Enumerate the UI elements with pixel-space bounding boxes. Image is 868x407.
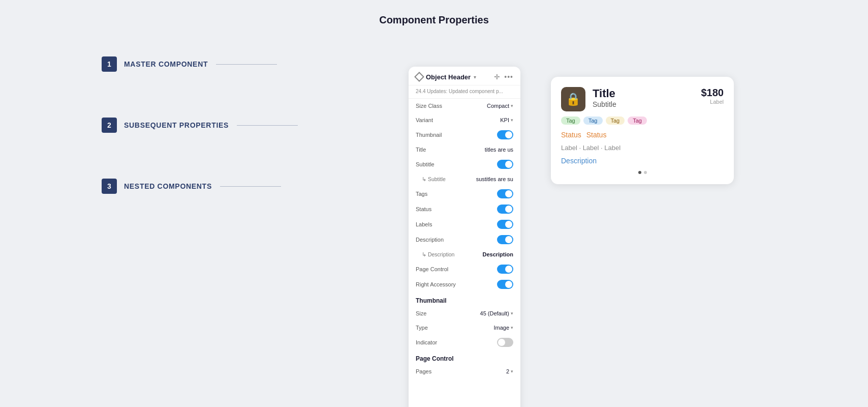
- tags-toggle[interactable]: [497, 189, 513, 198]
- description-indent-value: Description: [482, 251, 513, 257]
- thumb-indicator-toggle[interactable]: [497, 338, 513, 347]
- thumbnail-label: Thumbnail: [416, 132, 442, 138]
- right-section: 🔒 Title Subtitle $180 Label Tag Tag Tag …: [520, 36, 868, 407]
- pages-label: Pages: [416, 368, 431, 374]
- description-toggle-knob: [505, 236, 512, 243]
- variant-chevron-icon: ▾: [511, 118, 513, 123]
- prop-subtitle-value: ↳ Subtitle sustitles are su: [409, 172, 520, 186]
- prop-thumb-type: Type Image ▾: [409, 321, 520, 335]
- prop-variant: Variant KPI ▾: [409, 113, 520, 127]
- prop-description: Description: [409, 232, 520, 247]
- labels-label: Labels: [416, 221, 432, 227]
- description-indent-label: ↳ Description: [416, 251, 454, 257]
- prop-size-class: Size Class Compact ▾: [409, 99, 520, 113]
- subtitle-indent-label: ↳ Subtitle: [416, 176, 446, 182]
- connector-line-2: [237, 125, 298, 126]
- thumb-size-value[interactable]: 45 (Default) ▾: [480, 310, 513, 316]
- sidebar-item-3: 3 NESTED COMPONENTS: [102, 179, 419, 194]
- page-dot-active: [638, 171, 641, 174]
- right-accessory-toggle[interactable]: [497, 280, 513, 289]
- thumb-size-label: Size: [416, 310, 426, 316]
- pages-chevron-icon: ▾: [511, 369, 513, 374]
- status-toggle[interactable]: [497, 205, 513, 214]
- thumb-type-value[interactable]: Image ▾: [493, 325, 513, 331]
- card-title: Title: [593, 87, 701, 100]
- variant-label: Variant: [416, 117, 433, 123]
- sidebar-item-1: 1 MASTER COMPONENT: [102, 56, 419, 72]
- sidebar-label-3: NESTED COMPONENTS: [124, 182, 212, 190]
- page-title: Component Properties: [379, 0, 489, 36]
- subtitle-toggle[interactable]: [497, 160, 513, 169]
- card-price: $180 Label: [701, 87, 724, 105]
- status-toggle-knob: [505, 206, 512, 213]
- status-label: Status: [416, 206, 431, 212]
- panel-header-left: Object Header ▾: [416, 73, 476, 81]
- labels-toggle-knob: [505, 221, 512, 228]
- thumbnail-toggle-knob: [505, 131, 512, 138]
- tags-row: Tag Tag Tag Tag: [561, 117, 724, 125]
- subtitle-toggle-knob: [505, 161, 512, 168]
- panel-header-icons: ✛ •••: [494, 73, 513, 81]
- right-accessory-toggle-knob: [505, 281, 512, 288]
- prop-description-value: ↳ Description Description: [409, 247, 520, 261]
- update-text: 24.4 Updates: Updated component p...: [409, 85, 520, 99]
- number-badge-1: 1: [102, 56, 117, 72]
- subtitle-label: Subtitle: [416, 161, 435, 167]
- prop-thumbnail: Thumbnail: [409, 127, 520, 142]
- prop-thumb-indicator: Indicator: [409, 335, 520, 350]
- variant-value[interactable]: KPI ▾: [500, 117, 513, 123]
- page-control-section-header: Page Control: [409, 350, 520, 364]
- size-class-label: Size Class: [416, 103, 442, 109]
- panel-header: Object Header ▾ ✛ •••: [409, 67, 520, 85]
- card-subtitle: Subtitle: [593, 100, 701, 108]
- status-row: Status Status: [561, 131, 724, 139]
- size-class-chevron-icon: ▾: [511, 103, 513, 108]
- thumb-size-chevron-icon: ▾: [511, 311, 513, 316]
- page-control-toggle-knob: [505, 266, 512, 273]
- page-dot-inactive: [644, 171, 647, 174]
- connector-line-1: [216, 64, 277, 65]
- thumb-indicator-label: Indicator: [416, 339, 437, 345]
- labels-toggle[interactable]: [497, 220, 513, 229]
- right-accessory-label: Right Accessory: [416, 281, 456, 287]
- prop-labels: Labels: [409, 217, 520, 232]
- card-price-value: $180: [701, 87, 724, 99]
- page-control-toggle[interactable]: [497, 265, 513, 274]
- card-thumbnail: 🔒: [561, 87, 585, 111]
- tag-2: Tag: [606, 117, 625, 125]
- status-text-0: Status: [561, 131, 581, 139]
- status-text-1: Status: [586, 131, 607, 139]
- diamond-icon: [414, 72, 424, 82]
- sidebar-label-2: SUBSEQUENT PROPERTIES: [124, 121, 229, 129]
- more-icon[interactable]: •••: [504, 73, 513, 81]
- description-label: Description: [416, 237, 444, 243]
- prop-page-control: Page Control: [409, 261, 520, 277]
- thumb-type-chevron-icon: ▾: [511, 325, 513, 330]
- subtitle-indent-value: sustitles are su: [476, 176, 513, 182]
- connector-line-3: [220, 186, 281, 187]
- left-section: 1 MASTER COMPONENT 2 SUBSEQUENT PROPERTI…: [0, 36, 419, 407]
- prop-subtitle: Subtitle: [409, 157, 520, 172]
- prop-status: Status: [409, 201, 520, 217]
- tag-1: Tag: [583, 117, 603, 125]
- prop-title: Title titles are us: [409, 142, 520, 157]
- card-title-area: Title Subtitle: [593, 87, 701, 108]
- panel-header-title: Object Header: [426, 73, 471, 81]
- header-chevron-icon[interactable]: ▾: [474, 74, 476, 80]
- pages-value[interactable]: 2 ▾: [506, 368, 513, 374]
- prop-right-accessory: Right Accessory: [409, 277, 520, 292]
- size-class-value[interactable]: Compact ▾: [487, 103, 513, 109]
- tag-3: Tag: [628, 117, 647, 125]
- thumb-type-label: Type: [416, 325, 428, 331]
- description-toggle[interactable]: [497, 235, 513, 244]
- description-text: Description: [561, 157, 724, 165]
- tag-0: Tag: [561, 117, 580, 125]
- card-price-label: Label: [701, 99, 724, 105]
- crosshair-icon[interactable]: ✛: [494, 73, 500, 81]
- sidebar-item-2: 2 SUBSEQUENT PROPERTIES: [102, 118, 419, 133]
- preview-card: 🔒 Title Subtitle $180 Label Tag Tag Tag …: [551, 77, 734, 184]
- thumbnail-toggle[interactable]: [497, 130, 513, 139]
- number-badge-3: 3: [102, 179, 117, 194]
- tags-toggle-knob: [505, 190, 512, 197]
- title-value: titles are us: [485, 147, 513, 153]
